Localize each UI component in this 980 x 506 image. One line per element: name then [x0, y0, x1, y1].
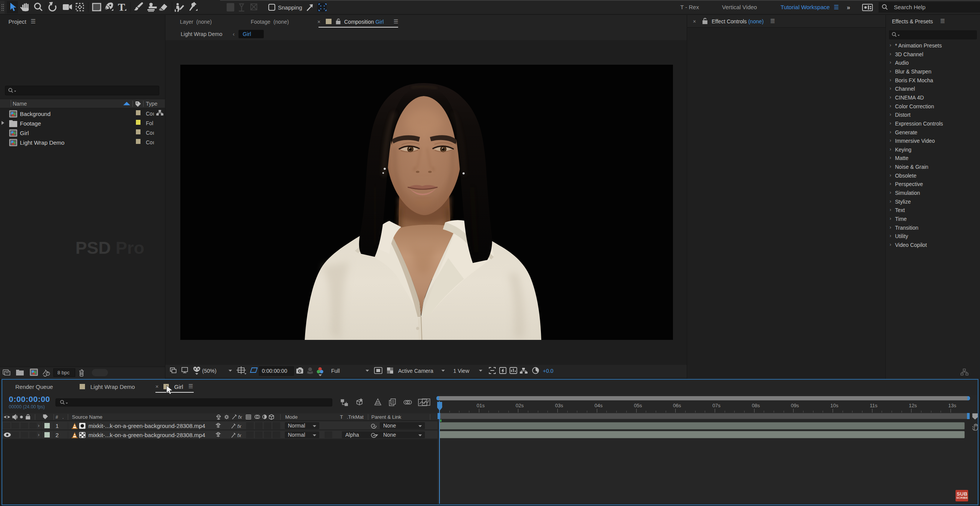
svg-text:1 View: 1 View	[453, 368, 470, 374]
svg-text:Full: Full	[331, 368, 340, 374]
svg-text:.: .	[62, 415, 64, 420]
svg-text:Search Help: Search Help	[894, 4, 926, 10]
svg-text:Mode: Mode	[285, 414, 298, 420]
svg-text:fx: fx	[237, 423, 242, 429]
svg-text:Vertical Video: Vertical Video	[722, 4, 757, 10]
svg-text:+0.0: +0.0	[543, 368, 554, 374]
svg-text:Active Camera: Active Camera	[398, 368, 433, 374]
svg-text:»: »	[847, 4, 850, 11]
svg-text:8 bpc: 8 bpc	[57, 370, 70, 375]
svg-text:T: T	[340, 414, 343, 420]
svg-text:Tutorial Workspace: Tutorial Workspace	[781, 4, 830, 10]
svg-text:0:00:00:00: 0:00:00:00	[262, 368, 287, 374]
svg-text:Parent & Link: Parent & Link	[371, 414, 402, 420]
svg-text:.TrkMat: .TrkMat	[347, 414, 364, 420]
svg-text:T - Rex: T - Rex	[680, 4, 699, 10]
svg-text:(50%): (50%)	[202, 368, 216, 374]
svg-text:fx: fx	[237, 433, 242, 438]
svg-text:☰: ☰	[834, 4, 839, 10]
svg-text:T: T	[118, 1, 125, 13]
svg-text:fx: fx	[238, 414, 242, 420]
svg-text:#: #	[56, 415, 58, 420]
svg-text:Source Name: Source Name	[72, 414, 102, 420]
svg-text:Snapping: Snapping	[278, 4, 302, 11]
